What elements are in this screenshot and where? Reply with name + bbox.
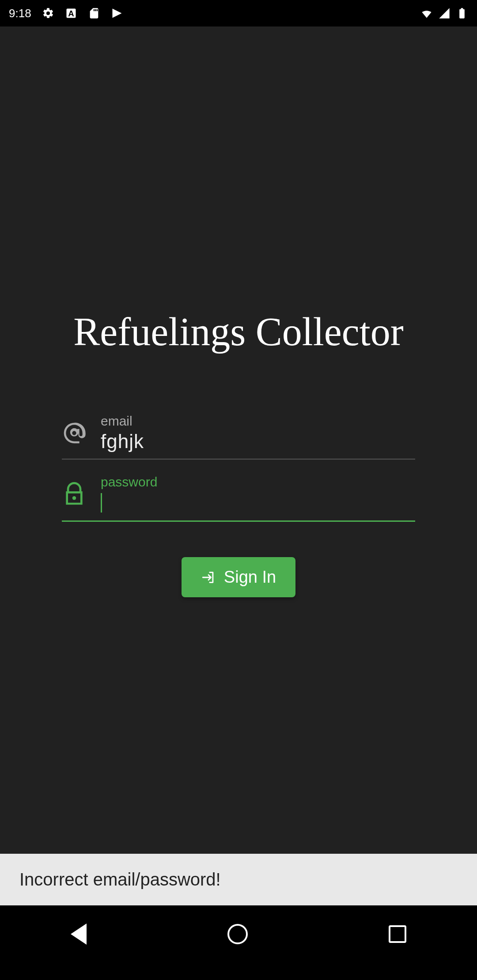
status-bar: 9:18 A <box>0 0 477 26</box>
email-label: email <box>101 414 415 429</box>
sign-in-button-label: Sign In <box>224 568 276 587</box>
sd-card-icon <box>88 7 100 19</box>
cell-signal-icon <box>438 7 450 19</box>
app-title: Refuelings Collector <box>73 309 403 354</box>
back-button[interactable] <box>71 923 87 945</box>
home-button[interactable] <box>227 924 248 944</box>
sign-in-button[interactable]: Sign In <box>182 557 295 597</box>
recent-apps-button[interactable] <box>389 925 406 943</box>
email-input-group[interactable]: email <box>62 407 415 460</box>
password-input-col: password <box>101 475 415 514</box>
at-sign-icon <box>62 421 87 445</box>
status-right-group <box>420 7 468 19</box>
a-box-icon: A <box>65 7 77 19</box>
text-caret <box>101 493 102 513</box>
password-input-group[interactable]: password <box>62 468 415 522</box>
wifi-icon <box>420 7 433 19</box>
lock-icon <box>62 482 87 507</box>
error-snackbar: Incorrect email/password! <box>0 854 477 905</box>
status-time: 9:18 <box>9 7 31 20</box>
svg-point-2 <box>72 496 76 500</box>
snackbar-message: Incorrect email/password! <box>19 870 221 889</box>
svg-text:A: A <box>68 9 74 18</box>
sign-in-icon <box>201 570 216 585</box>
password-field[interactable] <box>101 491 415 514</box>
password-label: password <box>101 475 415 490</box>
email-field[interactable] <box>101 430 415 452</box>
settings-icon <box>42 7 54 19</box>
battery-icon <box>456 7 468 19</box>
navigation-bar <box>0 905 477 963</box>
play-store-icon <box>111 7 123 19</box>
email-input-col: email <box>101 414 415 452</box>
app-body: Refuelings Collector email password Sign… <box>0 26 477 905</box>
status-left-group: 9:18 A <box>9 7 123 20</box>
